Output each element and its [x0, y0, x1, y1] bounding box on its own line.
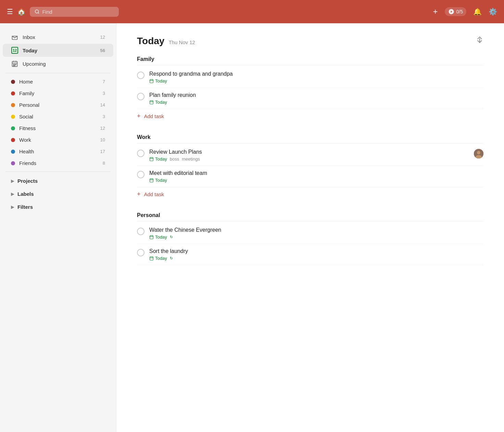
sidebar: Inbox 12 12 Today 56 — [0, 23, 116, 432]
svg-point-7 — [14, 64, 15, 65]
karma-count: 0/5 — [456, 9, 463, 14]
task-review-launch[interactable]: Review Launch Plans Today boss meetings — [137, 145, 483, 166]
family-label: Family — [19, 90, 99, 96]
search-bar[interactable] — [30, 7, 119, 17]
add-task-icon-family: + — [137, 113, 141, 120]
task-date-plan-family-reunion: Today — [149, 100, 167, 105]
today-count: 56 — [100, 48, 105, 53]
section-work: Work Review Launch Plans Today boss meet… — [137, 134, 483, 201]
upcoming-icon — [11, 60, 18, 67]
add-task-label-family: Add task — [144, 113, 164, 119]
search-input[interactable] — [42, 9, 114, 15]
social-dot — [11, 115, 15, 119]
calendar-icon-2 — [149, 100, 154, 104]
projects-chevron: ▶ — [11, 179, 14, 183]
family-dot — [11, 91, 15, 96]
svg-rect-17 — [150, 101, 153, 104]
task-date-review-launch: Today — [149, 156, 167, 162]
fitness-count: 12 — [100, 126, 105, 131]
inbox-icon — [11, 33, 18, 41]
task-respond-grandma[interactable]: Respond to grandma and grandpa Today — [137, 67, 483, 88]
section-title-work: Work — [137, 134, 483, 143]
sidebar-item-friends[interactable]: Friends 8 — [3, 157, 113, 169]
fitness-label: Fitness — [19, 125, 96, 131]
page-header: Today Thu Nov 12 — [137, 36, 483, 47]
sort-button[interactable] — [476, 37, 483, 46]
section-title-personal: Personal — [137, 212, 483, 221]
karma-badge[interactable]: 0/5 — [445, 7, 466, 16]
task-meta-meet-editorial: Today — [149, 178, 483, 183]
health-count: 17 — [100, 149, 105, 154]
work-label: Work — [19, 137, 96, 143]
task-title-review-launch: Review Launch Plans — [149, 149, 469, 155]
topbar-left: ☰ 🏠 — [7, 7, 119, 17]
svg-point-6 — [13, 64, 14, 65]
task-date-respond-grandma: Today — [149, 78, 167, 84]
task-content-review-launch: Review Launch Plans Today boss meetings — [149, 149, 469, 162]
filters-chevron: ▶ — [11, 205, 14, 209]
personal-dot — [11, 103, 15, 107]
sidebar-item-home[interactable]: Home 7 — [3, 76, 113, 87]
sidebar-item-social[interactable]: Social 3 — [3, 111, 113, 122]
section-title-family: Family — [137, 56, 483, 65]
sidebar-item-family[interactable]: Family 3 — [3, 88, 113, 99]
calendar-icon-3 — [149, 157, 154, 161]
task-title-respond-grandma: Respond to grandma and grandpa — [149, 71, 483, 77]
task-tag-boss: boss — [170, 156, 179, 162]
sidebar-item-inbox[interactable]: Inbox 12 — [3, 30, 113, 43]
task-checkbox-plan-family-reunion[interactable] — [137, 93, 144, 100]
settings-icon[interactable]: ⚙️ — [489, 8, 497, 16]
labels-section[interactable]: ▶ Labels — [3, 188, 113, 200]
task-checkbox-sort-laundry[interactable] — [137, 249, 144, 256]
inbox-label: Inbox — [23, 34, 96, 40]
inbox-count: 12 — [100, 35, 105, 40]
task-checkbox-review-launch[interactable] — [137, 150, 144, 157]
task-meet-editorial[interactable]: Meet with editorial team Today — [137, 166, 483, 187]
svg-point-9 — [13, 65, 14, 66]
home-icon[interactable]: 🏠 — [17, 8, 26, 16]
home-dot — [11, 80, 15, 84]
notifications-icon[interactable]: 🔔 — [473, 8, 482, 16]
task-content-meet-editorial: Meet with editorial team Today — [149, 170, 483, 183]
task-water-evergreen[interactable]: Water the Chinese Evergreen Today ↻ — [137, 223, 483, 244]
today-label: Today — [23, 48, 96, 53]
task-avatar-review-launch — [474, 149, 483, 158]
sidebar-item-personal[interactable]: Personal 14 — [3, 99, 113, 111]
menu-icon[interactable]: ☰ — [7, 8, 13, 16]
health-label: Health — [19, 149, 96, 154]
projects-section[interactable]: ▶ Projects — [3, 175, 113, 187]
task-checkbox-water-evergreen[interactable] — [137, 228, 144, 235]
task-tag-meetings: meetings — [182, 156, 200, 162]
task-checkbox-meet-editorial[interactable] — [137, 171, 144, 178]
task-content-respond-grandma: Respond to grandma and grandpa Today — [149, 71, 483, 84]
today-icon: 12 — [11, 47, 18, 54]
page-title-area: Today Thu Nov 12 — [137, 36, 195, 47]
sidebar-divider-1 — [5, 73, 111, 73]
home-count: 7 — [103, 79, 105, 84]
filters-section[interactable]: ▶ Filters — [3, 201, 113, 213]
calendar-icon-6 — [149, 256, 154, 261]
add-task-work[interactable]: + Add task — [137, 187, 483, 201]
sidebar-item-today[interactable]: 12 Today 56 — [3, 44, 113, 57]
calendar-icon — [149, 79, 154, 83]
task-plan-family-reunion[interactable]: Plan family reunion Today — [137, 88, 483, 109]
add-task-family[interactable]: + Add task — [137, 109, 483, 123]
svg-line-1 — [38, 13, 39, 14]
sidebar-item-upcoming[interactable]: Upcoming — [3, 57, 113, 70]
add-task-label-work: Add task — [144, 191, 164, 197]
add-button[interactable]: + — [433, 7, 438, 16]
task-meta-respond-grandma: Today — [149, 78, 483, 84]
recurring-icon-laundry: ↻ — [170, 256, 173, 261]
sidebar-item-work[interactable]: Work 10 — [3, 134, 113, 145]
filters-label: Filters — [17, 204, 33, 210]
home-label: Home — [19, 79, 99, 85]
task-sort-laundry[interactable]: Sort the laundry Today ↻ — [137, 244, 483, 265]
sidebar-item-fitness[interactable]: Fitness 12 — [3, 123, 113, 134]
svg-point-10 — [14, 65, 15, 66]
topbar-right: + 0/5 🔔 ⚙️ — [433, 7, 497, 16]
svg-point-0 — [35, 10, 39, 13]
sidebar-item-health[interactable]: Health 17 — [3, 146, 113, 157]
task-checkbox-respond-grandma[interactable] — [137, 72, 144, 79]
friends-dot — [11, 161, 15, 165]
family-count: 3 — [103, 91, 105, 96]
